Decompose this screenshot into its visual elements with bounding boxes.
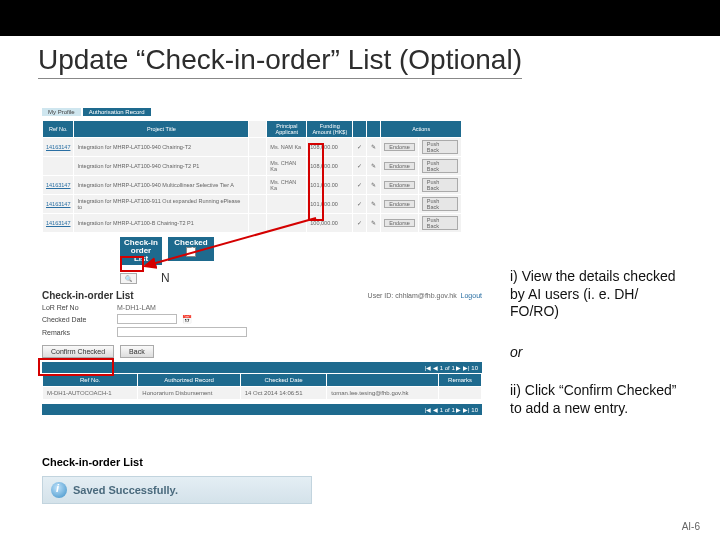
slide-title: Update “Check-in-order” List (Optional) (38, 44, 522, 79)
checked-table: Ref No. Authorized Record Checked Date R… (42, 373, 482, 400)
lbl-ref: LoR Ref No (42, 304, 112, 311)
svg-line-0 (152, 218, 316, 264)
userid-block: User ID: chhlam@fhb.gov.hk Logout (368, 292, 482, 299)
table-row: 14163147 Integration for MHRP-LAT100-911… (43, 195, 462, 214)
col-title: Project Title (74, 121, 249, 138)
table-row: M-DH1-AUTOCOACH-1 Honorarium Disbursemen… (43, 387, 482, 400)
pushback-button[interactable]: Push Back (422, 140, 458, 154)
lbl-date: Checked Date (42, 316, 112, 323)
val-ref: M-DH1-LAM (117, 304, 156, 311)
confirm-checked-button[interactable]: Confirm Checked (42, 345, 114, 358)
saved-banner: Saved Successfully. (42, 476, 312, 504)
app3-heading: Check-in-order List (42, 456, 322, 468)
col-ref: Ref No. (43, 121, 74, 138)
slide-black-bar (0, 0, 720, 36)
back-button[interactable]: Back (120, 345, 154, 358)
table-row: 14163147 Integration for MHRP-LAT100-940… (43, 138, 462, 157)
screenshot-3: Check-in-order List Saved Successfully. (42, 456, 322, 504)
red-highlight-confirm (38, 358, 114, 376)
magnify-icon[interactable]: 🔍 (120, 273, 137, 284)
page-number: AI-6 (682, 521, 700, 532)
checked-date-input[interactable] (117, 314, 177, 324)
red-highlight-magnify (120, 256, 144, 272)
instruction-or: or (510, 344, 690, 362)
red-highlight-checkcol (308, 143, 324, 221)
logout-link[interactable]: Logout (461, 292, 482, 299)
col-actions: Actions (381, 121, 462, 138)
endorse-button[interactable]: Endorse (384, 143, 415, 151)
table-row: 14163147 Integration for MHRP-LAT100-940… (43, 176, 462, 195)
tab-auth-record[interactable]: Authorisation Record (83, 108, 151, 116)
info-icon (51, 482, 67, 498)
lbl-remarks: Remarks (42, 329, 112, 336)
instruction-2: ii) Click “Confirm Checked” to add a new… (510, 382, 690, 417)
tab-my-profile[interactable]: My Profile (42, 108, 81, 116)
table-row: Integration for MHRP-LAT100-940 Chairing… (43, 157, 462, 176)
col-amt: Funding Amount (HK$) (307, 121, 353, 138)
screenshot-2: Check-in-order List User ID: chhlam@fhb.… (42, 290, 482, 415)
instruction-1: i) View the details checked by AI users … (510, 268, 690, 321)
col-pa: Principal Applicant (267, 121, 307, 138)
calendar-icon[interactable]: 📅 (182, 315, 192, 324)
pager-bottom[interactable]: |◀ ◀ 1 of 1 ▶ ▶| 10 (42, 404, 482, 415)
saved-message: Saved Successfully. (73, 484, 178, 496)
remarks-input[interactable] (117, 327, 247, 337)
red-arrow-1 (144, 216, 324, 274)
app2-heading: Check-in-order List (42, 290, 134, 301)
